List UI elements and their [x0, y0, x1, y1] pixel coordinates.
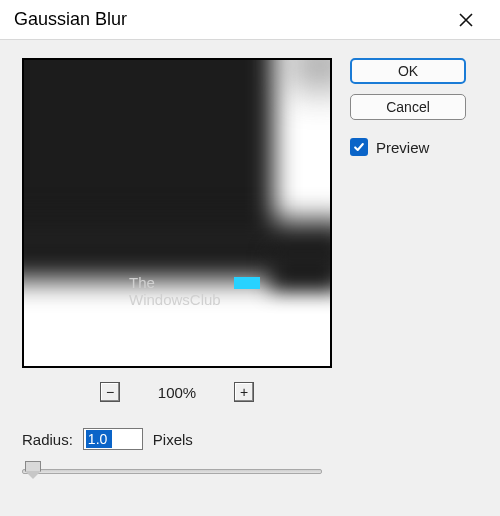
preview-image: The WindowsClub [24, 60, 330, 366]
radius-input[interactable]: 1.0 [83, 428, 143, 450]
radius-slider[interactable] [22, 462, 322, 480]
preview-checkbox-label: Preview [376, 139, 429, 156]
close-icon [459, 13, 473, 27]
preview-box[interactable]: The WindowsClub [22, 58, 332, 368]
left-column: The WindowsClub − 100% + Radius: [22, 58, 332, 480]
radius-slider-row [22, 462, 332, 480]
plus-icon: + [240, 384, 248, 400]
slider-track [22, 469, 322, 474]
watermark: The WindowsClub [129, 275, 221, 308]
dialog-body: The WindowsClub − 100% + Radius: [0, 40, 500, 498]
preview-checkbox[interactable] [350, 138, 368, 156]
titlebar: Gaussian Blur [0, 0, 500, 40]
radius-row: Radius: 1.0 Pixels [22, 428, 332, 450]
check-icon [353, 141, 365, 153]
watermark-line1: The [129, 274, 155, 291]
ok-button[interactable]: OK [350, 58, 466, 84]
preview-checkbox-row: Preview [350, 138, 466, 156]
gaussian-blur-dialog: Gaussian Blur The WindowsClub [0, 0, 500, 516]
radius-label: Radius: [22, 431, 73, 448]
cancel-button-label: Cancel [386, 99, 430, 115]
watermark-line2: WindowsClub [129, 291, 221, 308]
cancel-button[interactable]: Cancel [350, 94, 466, 120]
watermark-cyan-block [234, 277, 260, 289]
close-button[interactable] [446, 0, 486, 40]
zoom-out-button[interactable]: − [100, 382, 120, 402]
radius-value-selected: 1.0 [86, 430, 112, 448]
ok-button-label: OK [398, 63, 418, 79]
radius-unit: Pixels [153, 431, 193, 448]
zoom-level: 100% [152, 384, 202, 401]
minus-icon: − [106, 384, 114, 400]
dialog-title: Gaussian Blur [14, 9, 127, 30]
zoom-controls: − 100% + [22, 382, 332, 402]
right-column: OK Cancel Preview [350, 58, 466, 480]
zoom-in-button[interactable]: + [234, 382, 254, 402]
